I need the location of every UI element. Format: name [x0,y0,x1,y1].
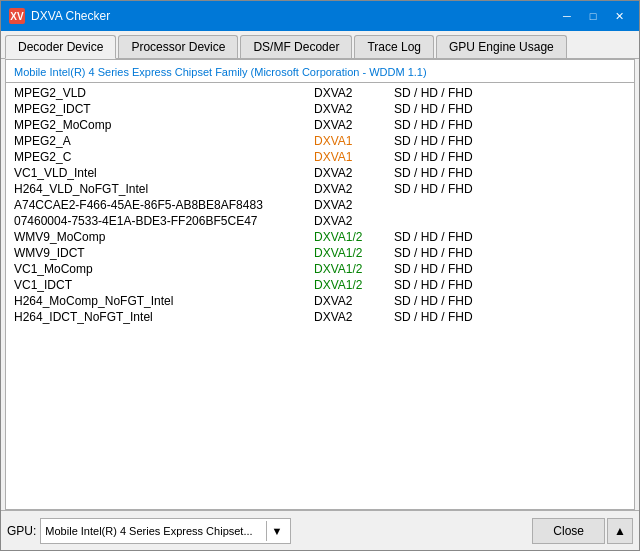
row-resolution: SD / HD / FHD [394,118,514,132]
row-type: DXVA1/2 [314,262,394,276]
table-row: MPEG2_IDCTDXVA2SD / HD / FHD [6,101,634,117]
row-type: DXVA2 [314,86,394,100]
row-name: WMV9_IDCT [14,246,314,260]
row-name: VC1_MoComp [14,262,314,276]
row-name: H264_MoComp_NoFGT_Intel [14,294,314,308]
row-resolution: SD / HD / FHD [394,262,514,276]
maximize-button[interactable]: □ [581,6,605,26]
row-name: MPEG2_VLD [14,86,314,100]
window-controls: ─ □ ✕ [555,6,631,26]
row-resolution: SD / HD / FHD [394,182,514,196]
title-bar: XV DXVA Checker ─ □ ✕ [1,1,639,31]
row-name: VC1_IDCT [14,278,314,292]
table-row: H264_IDCT_NoFGT_IntelDXVA2SD / HD / FHD [6,309,634,325]
table-row: A74CCAE2-F466-45AE-86F5-AB8BE8AF8483DXVA… [6,197,634,213]
gpu-select[interactable]: Mobile Intel(R) 4 Series Express Chipset… [40,518,291,544]
table-row: MPEG2_ADXVA1SD / HD / FHD [6,133,634,149]
gpu-select-value: Mobile Intel(R) 4 Series Express Chipset… [45,525,262,537]
row-name: MPEG2_IDCT [14,102,314,116]
device-header: Mobile Intel(R) 4 Series Express Chipset… [6,64,634,83]
table-row: MPEG2_CDXVA1SD / HD / FHD [6,149,634,165]
tab-processor-device[interactable]: Processor Device [118,35,238,58]
row-resolution: SD / HD / FHD [394,230,514,244]
row-name: A74CCAE2-F466-45AE-86F5-AB8BE8AF8483 [14,198,314,212]
row-type: DXVA1/2 [314,246,394,260]
table-row: MPEG2_MoCompDXVA2SD / HD / FHD [6,117,634,133]
window-title: DXVA Checker [31,9,555,23]
row-type: DXVA2 [314,198,394,212]
row-name: MPEG2_MoComp [14,118,314,132]
tab-bar: Decoder Device Processor Device DS/MF De… [1,31,639,59]
row-name: WMV9_MoComp [14,230,314,244]
row-resolution: SD / HD / FHD [394,294,514,308]
window-close-button[interactable]: ✕ [607,6,631,26]
tab-trace-log[interactable]: Trace Log [354,35,434,58]
row-resolution: SD / HD / FHD [394,310,514,324]
table-row: H264_VLD_NoFGT_IntelDXVA2SD / HD / FHD [6,181,634,197]
table-row: MPEG2_VLDDXVA2SD / HD / FHD [6,85,634,101]
row-resolution: SD / HD / FHD [394,150,514,164]
row-type: DXVA1 [314,134,394,148]
row-resolution: SD / HD / FHD [394,134,514,148]
row-name: H264_VLD_NoFGT_Intel [14,182,314,196]
row-type: DXVA1/2 [314,230,394,244]
row-resolution: SD / HD / FHD [394,102,514,116]
close-button[interactable]: Close [532,518,605,544]
row-type: DXVA2 [314,310,394,324]
row-type: DXVA1/2 [314,278,394,292]
row-resolution: SD / HD / FHD [394,86,514,100]
table-row: H264_MoComp_NoFGT_IntelDXVA2SD / HD / FH… [6,293,634,309]
bottom-bar: GPU: Mobile Intel(R) 4 Series Express Ch… [1,510,639,550]
table-row: 07460004-7533-4E1A-BDE3-FF206BF5CE47DXVA… [6,213,634,229]
row-resolution: SD / HD / FHD [394,246,514,260]
row-name: MPEG2_A [14,134,314,148]
tab-ds-mf-decoder[interactable]: DS/MF Decoder [240,35,352,58]
row-type: DXVA2 [314,118,394,132]
gpu-label: GPU: [7,524,36,538]
row-resolution: SD / HD / FHD [394,166,514,180]
app-icon: XV [9,8,25,24]
decoder-rows: MPEG2_VLDDXVA2SD / HD / FHDMPEG2_IDCTDXV… [6,85,634,325]
row-type: DXVA2 [314,182,394,196]
row-name: VC1_VLD_Intel [14,166,314,180]
table-row: VC1_MoCompDXVA1/2SD / HD / FHD [6,261,634,277]
row-type: DXVA2 [314,294,394,308]
main-window: XV DXVA Checker ─ □ ✕ Decoder Device Pro… [0,0,640,551]
row-name: H264_IDCT_NoFGT_Intel [14,310,314,324]
row-type: DXVA2 [314,102,394,116]
minimize-button[interactable]: ─ [555,6,579,26]
row-name: 07460004-7533-4E1A-BDE3-FF206BF5CE47 [14,214,314,228]
gpu-dropdown-arrow[interactable]: ▼ [266,521,286,541]
table-row: WMV9_IDCTDXVA1/2SD / HD / FHD [6,245,634,261]
content-area[interactable]: Mobile Intel(R) 4 Series Express Chipset… [5,59,635,510]
table-row: VC1_VLD_IntelDXVA2SD / HD / FHD [6,165,634,181]
scroll-up-button[interactable]: ▲ [607,518,633,544]
table-row: WMV9_MoCompDXVA1/2SD / HD / FHD [6,229,634,245]
row-type: DXVA1 [314,150,394,164]
row-resolution: SD / HD / FHD [394,278,514,292]
tab-decoder-device[interactable]: Decoder Device [5,35,116,59]
row-name: MPEG2_C [14,150,314,164]
table-row: VC1_IDCTDXVA1/2SD / HD / FHD [6,277,634,293]
row-type: DXVA2 [314,166,394,180]
row-type: DXVA2 [314,214,394,228]
tab-gpu-engine-usage[interactable]: GPU Engine Usage [436,35,567,58]
